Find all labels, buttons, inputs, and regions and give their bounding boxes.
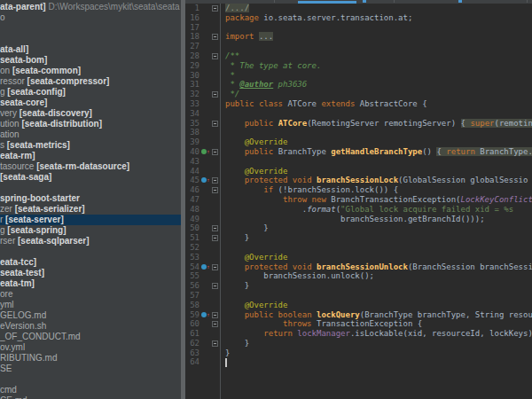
tree-item[interactable]: [seata-saga] <box>0 172 181 183</box>
fold-marker[interactable] <box>210 262 220 272</box>
code-line[interactable]: 53 @Override <box>185 253 532 262</box>
tree-item[interactable]: very [seata-discovery] <box>0 108 181 119</box>
fold-marker[interactable] <box>210 32 220 42</box>
tree-item[interactable]: g [seata-spring] <box>0 225 181 236</box>
tree-item[interactable]: ata-all] <box>0 44 181 55</box>
fold-marker[interactable] <box>210 223 220 233</box>
fold-marker[interactable] <box>210 185 220 195</box>
tree-item[interactable]: g [seata-config] <box>0 87 181 98</box>
code-line[interactable]: 32 */ <box>185 90 532 99</box>
code-line[interactable]: 29 * The type at core. <box>185 61 532 71</box>
code-line[interactable]: 30 * <box>185 71 532 81</box>
fold-marker[interactable] <box>210 233 220 243</box>
override-method-gutter-icon[interactable]: ↑ <box>201 176 210 185</box>
code-line[interactable]: 40↑ public BranchType getHandleBranchTyp… <box>185 147 532 157</box>
tree-item[interactable]: ore <box>0 289 181 300</box>
code-line[interactable]: 35 public ATCore(RemotingServer remoting… <box>185 119 532 129</box>
code-line[interactable]: 18import ... <box>185 32 532 42</box>
tree-item[interactable]: SE <box>0 364 181 374</box>
fold-column <box>210 99 220 109</box>
code-line[interactable]: 54↑ protected void branchSessionUnlock(B… <box>185 262 532 272</box>
tree-item-module-label: eata-tm] <box>0 278 35 288</box>
tree-item[interactable]: _OF_CONDUCT.md <box>0 332 181 342</box>
code-line[interactable]: 49 branchSession.getBranchId())); <box>185 215 532 224</box>
code-line[interactable]: 43 <box>185 157 532 167</box>
code-line[interactable]: 47 throw new BranchTransactionException(… <box>185 195 532 205</box>
fold-marker[interactable] <box>210 319 220 329</box>
code-line[interactable]: 38 <box>185 128 532 137</box>
code-line[interactable]: 58 @Override <box>185 301 532 310</box>
tree-item[interactable]: yml <box>0 300 181 310</box>
project-tree-panel[interactable]: ata-parent] D:\Workspaces\mykit\seata\se… <box>0 0 181 399</box>
tree-item[interactable]: rser [seata-sqlparser] <box>0 236 181 246</box>
tree-item[interactable]: tasource [seata-rm-datasource] <box>0 161 181 172</box>
fold-marker[interactable] <box>210 90 220 99</box>
tree-item[interactable]: GELOG.md <box>0 310 181 321</box>
code-line[interactable]: 63} <box>185 348 532 358</box>
tree-item[interactable]: eVersion.sh <box>0 321 181 332</box>
tree-root-item[interactable]: ata-parent] D:\Workspaces\mykit\seata\se… <box>0 2 181 12</box>
tree-item[interactable]: ov.yml <box>0 342 181 353</box>
code-line[interactable]: 48 .format("Global lock acquire failed x… <box>185 205 532 215</box>
code-token: /.../ <box>225 4 249 12</box>
tree-item[interactable]: cmd <box>0 385 181 395</box>
fold-column <box>210 71 220 81</box>
code-line[interactable]: 59↑ public boolean lockQuery(BranchType … <box>185 310 532 320</box>
code-line[interactable]: 61 return lockManager.isLockable(xid, re… <box>185 329 532 339</box>
code-line[interactable]: 31 * @author ph3636 <box>185 80 532 90</box>
code-line[interactable]: 16package io.seata.server.transaction.at… <box>185 13 532 23</box>
tree-item[interactable]: spring-boot-starter <box>0 193 181 204</box>
code-text: } <box>220 281 249 291</box>
tree-item[interactable]: eata-tm] <box>0 278 181 289</box>
code-line[interactable]: 62 } <box>185 339 532 348</box>
fold-marker[interactable] <box>210 147 220 157</box>
tree-item[interactable]: ution [seata-distribution] <box>0 119 181 129</box>
tree-item[interactable]: eata-rm] <box>0 151 181 161</box>
fold-marker[interactable] <box>210 51 220 61</box>
fold-marker[interactable] <box>210 310 220 320</box>
code-line[interactable]: 27 <box>185 42 532 51</box>
code-line[interactable]: 1/.../ <box>185 4 532 13</box>
tree-item[interactable]: ation <box>0 129 181 140</box>
code-editor[interactable]: 1/.../16package io.seata.server.transact… <box>185 4 532 399</box>
code-line[interactable]: 45↑ protected void branchSessionLock(Glo… <box>185 176 532 185</box>
fold-minus-icon <box>212 187 218 193</box>
code-line[interactable]: 46 if (!branchSession.lock()) { <box>185 185 532 195</box>
override-method-gutter-icon[interactable]: ↑ <box>201 147 210 157</box>
fold-marker[interactable] <box>210 119 220 129</box>
tree-item[interactable]: seata-core] <box>0 98 181 108</box>
fold-marker[interactable] <box>210 176 220 185</box>
code-line[interactable]: 34 <box>185 109 532 119</box>
tree-item-label: cmd <box>0 385 17 395</box>
override-method-gutter-icon[interactable]: ↑ <box>201 262 210 272</box>
tree-item[interactable]: ressor [seata-compressor] <box>0 76 181 87</box>
code-line[interactable]: 56 } <box>185 281 532 291</box>
code-line[interactable]: 17 <box>185 23 532 33</box>
tree-item-label: ov.yml <box>0 342 25 352</box>
code-line[interactable]: 52 <box>185 243 532 253</box>
code-line[interactable]: 44 @Override <box>185 167 532 176</box>
fold-marker[interactable] <box>210 339 220 348</box>
tree-item-selected[interactable]: r [seata-server] <box>0 215 181 225</box>
code-line[interactable]: 51 } <box>185 233 532 243</box>
code-line[interactable]: 60 throws TransactionException { <box>185 319 532 329</box>
code-line[interactable]: 28/** <box>185 51 532 61</box>
tree-item[interactable]: eata-tcc] <box>0 257 181 268</box>
code-line[interactable]: 33public class ATCore extends AbstractCo… <box>185 99 532 109</box>
code-line[interactable]: 50 } <box>185 223 532 233</box>
code-line[interactable]: 55 branchSession.unlock(); <box>185 271 532 281</box>
tree-item[interactable]: RIBUTING.md <box>0 353 181 364</box>
code-line[interactable]: 57 <box>185 291 532 301</box>
tree-item[interactable]: CE.md <box>0 395 181 399</box>
fold-marker[interactable] <box>210 281 220 291</box>
code-line[interactable]: 39 @Override <box>185 137 532 147</box>
code-line[interactable]: 64 <box>185 357 532 367</box>
override-method-gutter-icon[interactable]: ↑ <box>201 310 210 320</box>
tree-item[interactable]: s [seata-metrics] <box>0 140 181 151</box>
tree-item[interactable]: on [seata-common] <box>0 66 181 76</box>
tree-item[interactable]: seata-bom] <box>0 55 181 66</box>
tree-item[interactable]: o <box>0 12 181 23</box>
tree-item[interactable]: seata-test] <box>0 268 181 278</box>
fold-marker[interactable] <box>210 4 220 13</box>
tree-item[interactable]: zer [seata-serializer] <box>0 204 181 215</box>
